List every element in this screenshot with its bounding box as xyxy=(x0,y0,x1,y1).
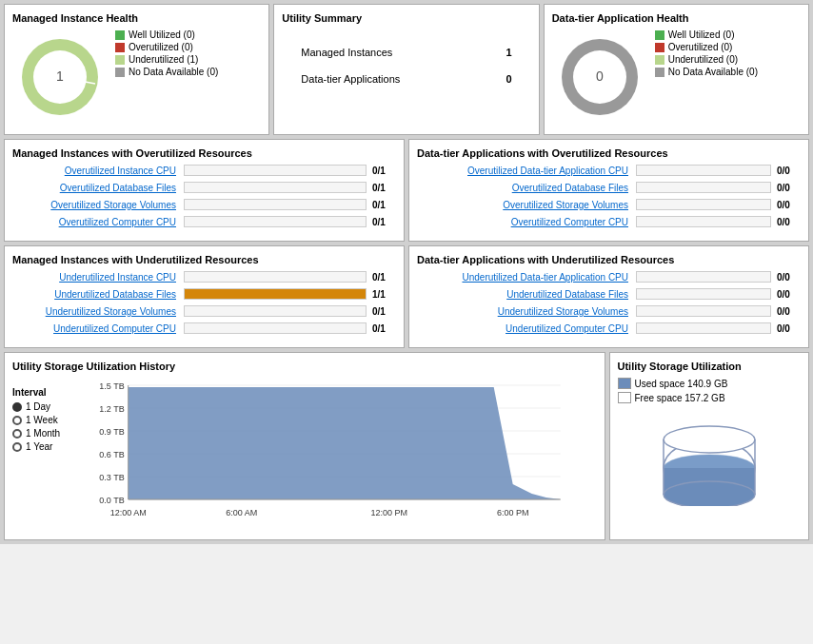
dt-over-db-bar xyxy=(636,182,771,193)
dt-over-storage-row: Overutilized Storage Volumes 0/0 xyxy=(417,199,801,210)
datatier-under-rows: Underutilized Data-tier Application CPU … xyxy=(417,271,801,334)
storage-free-item: Free space 157.2 GB xyxy=(618,392,802,403)
datatier-over-panel: Data-tier Applications with Overutilized… xyxy=(408,139,809,242)
interval-label: Interval xyxy=(12,387,60,398)
interval-1day[interactable]: 1 Day xyxy=(12,401,60,412)
managed-over-db-row: Overutilized Database Files 0/1 xyxy=(12,182,396,193)
history-chart-svg: 1.5 TB 1.2 TB 0.9 TB 0.6 TB 0.3 TB 0.0 T… xyxy=(68,378,596,530)
managed-under-computer-bar xyxy=(184,322,367,334)
managed-under-db-label[interactable]: Underutilized Database Files xyxy=(12,289,184,300)
dt-over-cpu-row: Overutilized Data-tier Application CPU 0… xyxy=(417,165,801,176)
storage-util-title: Utility Storage Utilization xyxy=(618,361,802,372)
utility-datatier-row: Data-tier Applications 0 xyxy=(282,69,530,88)
svg-text:0.3 TB: 0.3 TB xyxy=(99,473,124,482)
managed-under-storage-label[interactable]: Underutilized Storage Volumes xyxy=(12,306,184,317)
row-overutilized: Managed Instances with Overutilized Reso… xyxy=(4,139,809,242)
interval-1month-label: 1 Month xyxy=(26,428,60,439)
dt-over-computer-row: Overutilized Computer CPU 0/0 xyxy=(417,216,801,227)
storage-legend: Used space 140.9 GB Free space 157.2 GB xyxy=(618,378,802,403)
chart-svg-container: 1.5 TB 1.2 TB 0.9 TB 0.6 TB 0.3 TB 0.0 T… xyxy=(68,378,596,532)
interval-1month[interactable]: 1 Month xyxy=(12,428,60,439)
dt-over-computer-value: 0/0 xyxy=(777,217,801,227)
managed-over-cpu-row: Overutilized Instance CPU 0/1 xyxy=(12,165,396,176)
dt-under-storage-row: Underutilized Storage Volumes 0/0 xyxy=(417,305,801,317)
managed-over-storage-label[interactable]: Overutilized Storage Volumes xyxy=(12,200,184,210)
managed-under-db-row: Underutilized Database Files 1/1 xyxy=(12,288,396,300)
utility-managed-label: Managed Instances xyxy=(301,47,392,58)
dt-under-db-value: 0/0 xyxy=(777,289,801,300)
managed-under-db-bar xyxy=(184,288,367,300)
radio-1week-circle xyxy=(12,416,22,425)
svg-text:1.5 TB: 1.5 TB xyxy=(99,381,124,391)
svg-text:1.2 TB: 1.2 TB xyxy=(99,404,124,414)
interval-1year[interactable]: 1 Year xyxy=(12,441,60,452)
datatier-over-rows: Overutilized Data-tier Application CPU 0… xyxy=(417,165,801,227)
dt-under-cpu-label[interactable]: Underutilized Data-tier Application CPU xyxy=(417,272,636,283)
dt-over-storage-value: 0/0 xyxy=(777,200,801,210)
managed-over-db-label[interactable]: Overutilized Database Files xyxy=(12,183,184,193)
dt-under-cpu-row: Underutilized Data-tier Application CPU … xyxy=(417,271,801,283)
legend-no-data-label: No Data Available (0) xyxy=(129,67,218,77)
utility-managed-row: Managed Instances 1 xyxy=(282,43,530,62)
managed-over-storage-row: Overutilized Storage Volumes 0/1 xyxy=(12,199,396,210)
managed-under-storage-value: 0/1 xyxy=(372,306,396,317)
dt-under-storage-label[interactable]: Underutilized Storage Volumes xyxy=(417,306,636,317)
dt-over-db-label[interactable]: Overutilized Database Files xyxy=(417,183,636,193)
dt-over-storage-label[interactable]: Overutilized Storage Volumes xyxy=(417,200,636,210)
legend-dot-lightgreen xyxy=(115,55,125,65)
utility-summary-title: Utility Summary xyxy=(282,12,530,24)
dt-legend-dot-lightgreen xyxy=(655,55,664,65)
storage-chart xyxy=(618,411,802,506)
managed-over-computer-row: Overutilized Computer CPU 0/1 xyxy=(12,216,396,227)
managed-under-cpu-row: Underutilized Instance CPU 0/1 xyxy=(12,271,396,283)
svg-text:0: 0 xyxy=(596,68,604,84)
dt-under-storage-value: 0/0 xyxy=(777,306,801,317)
dt-under-db-label[interactable]: Underutilized Database Files xyxy=(417,289,636,300)
dt-over-db-value: 0/0 xyxy=(777,183,801,193)
datatier-pie: 0 xyxy=(552,29,647,127)
row-health: Managed Instance Health 1 xyxy=(4,4,809,135)
dt-under-cpu-bar xyxy=(636,271,771,283)
legend-overutilized-label: Overutilized (0) xyxy=(129,42,193,52)
managed-over-computer-label[interactable]: Overutilized Computer CPU xyxy=(12,217,184,227)
svg-point-33 xyxy=(664,426,755,453)
managed-under-db-fill xyxy=(185,289,366,299)
managed-under-cpu-value: 0/1 xyxy=(372,272,396,283)
managed-over-cpu-label[interactable]: Overutilized Instance CPU xyxy=(12,166,184,176)
history-chart-area: Interval 1 Day 1 Week 1 Month xyxy=(12,378,597,532)
managed-under-title: Managed Instances with Underutilized Res… xyxy=(12,254,396,265)
legend-overutilized: Overutilized (0) xyxy=(115,42,218,52)
legend-underutilized-label: Underutilized (1) xyxy=(129,54,198,65)
svg-text:6:00 AM: 6:00 AM xyxy=(226,508,257,517)
managed-under-panel: Managed Instances with Underutilized Res… xyxy=(4,245,405,348)
dt-legend-dot-red xyxy=(655,43,664,52)
dt-legend-nodata-label: No Data Available (0) xyxy=(668,67,758,77)
dt-over-cpu-label[interactable]: Overutilized Data-tier Application CPU xyxy=(417,166,636,176)
dt-over-computer-label[interactable]: Overutilized Computer CPU xyxy=(417,217,636,227)
dt-legend-under-label: Underutilized (0) xyxy=(668,54,738,65)
dt-under-cpu-value: 0/0 xyxy=(777,272,801,283)
managed-over-title: Managed Instances with Overutilized Reso… xyxy=(12,147,396,159)
managed-over-storage-bar xyxy=(184,199,367,210)
managed-over-db-bar xyxy=(184,182,367,193)
managed-over-cpu-bar xyxy=(184,165,367,176)
svg-text:0.6 TB: 0.6 TB xyxy=(99,450,124,459)
dt-legend-well: Well Utilized (0) xyxy=(655,29,758,40)
utility-datatier-label: Data-tier Applications xyxy=(301,73,400,85)
dt-under-computer-value: 0/0 xyxy=(777,323,801,334)
svg-text:6:00 PM: 6:00 PM xyxy=(497,508,529,517)
legend-underutilized: Underutilized (1) xyxy=(115,54,218,65)
datatier-health-title: Data-tier Application Health xyxy=(552,12,801,24)
dt-over-db-row: Overutilized Database Files 0/0 xyxy=(417,182,801,193)
interval-1week[interactable]: 1 Week xyxy=(12,415,60,425)
datatier-under-title: Data-tier Applications with Underutilize… xyxy=(417,254,801,265)
dt-legend-dot-gray xyxy=(655,68,664,77)
managed-under-computer-label[interactable]: Underutilized Computer CPU xyxy=(12,323,184,334)
dt-legend-over-label: Overutilized (0) xyxy=(668,42,733,52)
dt-under-computer-label[interactable]: Underutilized Computer CPU xyxy=(417,323,636,334)
managed-over-computer-value: 0/1 xyxy=(372,217,396,227)
dt-over-computer-bar xyxy=(636,216,771,227)
dt-over-cpu-bar xyxy=(636,165,771,176)
managed-under-cpu-label[interactable]: Underutilized Instance CPU xyxy=(12,272,184,283)
managed-under-computer-value: 0/1 xyxy=(372,323,396,334)
